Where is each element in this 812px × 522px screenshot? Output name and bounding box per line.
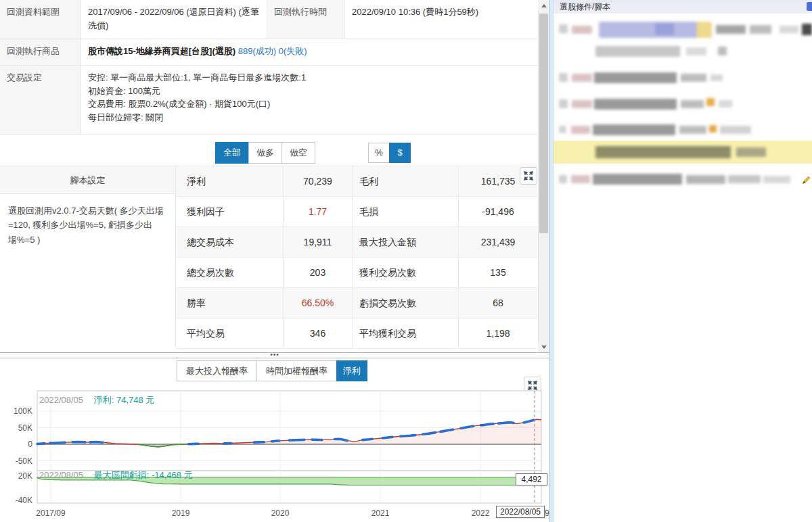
- xtick-2022: 2022: [460, 508, 501, 518]
- expand-arrows-icon: [523, 170, 534, 181]
- script-settings-description: 選股回測用v2.0.7-交易天數( 多少天出場=120, 獲利多少出場%=5, …: [0, 194, 176, 348]
- product-name: 股市傳說15-地緣券商買超[台股](選股): [88, 46, 235, 56]
- stat-label: 獲利交易次數: [352, 258, 458, 288]
- stat-value: 66.50%: [283, 288, 352, 318]
- performance-stats-table: 淨利70,239毛利161,735獲利因子1.77毛損-91,496總交易成本1…: [176, 166, 537, 348]
- ytick-100k: 100K: [1, 406, 32, 416]
- tab-short[interactable]: 做空: [281, 142, 315, 164]
- scrollbar-thumb[interactable]: [539, 14, 548, 233]
- stat-label: 總交易次數: [176, 258, 283, 288]
- scroll-up-button[interactable]: [538, 0, 549, 11]
- list-item[interactable]: [554, 68, 812, 88]
- stats-row: 總交易次數203獲利交易次數135: [176, 258, 537, 288]
- stat-value: 231,439: [458, 227, 537, 258]
- trade-line-risk: 安控: 單一商品最大部位:1, 單一商品每日最多進場次數:1: [88, 71, 531, 85]
- exec-time-label: 回測執行時間: [267, 0, 345, 39]
- redacted-content: [554, 20, 812, 39]
- stats-row: 平均交易346平均獲利交易1,198: [176, 318, 537, 349]
- up-arrow-icon: [541, 4, 547, 7]
- down-arrow-icon: [541, 346, 547, 349]
- stat-value: -91,496: [458, 197, 537, 227]
- list-item[interactable]: [554, 169, 812, 189]
- stat-value: 203: [283, 258, 352, 288]
- scroll-down-button[interactable]: [538, 341, 549, 353]
- tab-time-weighted-return[interactable]: 時間加權報酬率: [256, 360, 337, 381]
- stat-value: 1.77: [283, 197, 352, 227]
- tab-long[interactable]: 做多: [248, 142, 282, 164]
- stat-label: 毛損: [352, 197, 458, 227]
- trade-line-capital: 初始資金: 100萬元: [88, 85, 531, 98]
- product-label: 回測執行商品: [0, 39, 81, 66]
- ytick-0: 0: [1, 440, 32, 449]
- sidebar-corner-icon[interactable]: [807, 2, 812, 11]
- list-item[interactable]: [554, 20, 812, 39]
- tab-all[interactable]: 全部: [215, 142, 249, 164]
- stat-label: 淨利: [176, 166, 283, 197]
- stat-label: 獲利因子: [176, 197, 283, 227]
- ytick-neg40k: -40K: [1, 496, 32, 505]
- redacted-content: [554, 141, 812, 164]
- sidebar-title: 選股條件/腳本: [560, 2, 610, 11]
- stat-label: 毛利: [352, 166, 458, 197]
- trade-settings-label: 交易設定: [0, 66, 81, 135]
- stat-value: 1,198: [458, 318, 537, 349]
- tab-net-profit[interactable]: 淨利: [336, 360, 367, 381]
- script-settings-header: 腳本設定: [0, 166, 176, 194]
- redacted-content: [554, 120, 812, 139]
- trade-settings-value: 安控: 單一商品最大部位:1, 單一商品每日最多進場次數:1 初始資金: 100…: [81, 66, 537, 135]
- unit-dollar-button[interactable]: $: [389, 143, 411, 163]
- trade-line-fees: 交易費用: 股票0.2%(成交金額) · 期貨100元(口): [88, 97, 531, 111]
- stats-expand-button[interactable]: [520, 167, 537, 185]
- product-value: 股市傳說15-地緣券商買超[台股](選股) 889(成功) 0(失敗): [81, 39, 537, 66]
- ytick-neg50k: -50K: [1, 456, 32, 466]
- range-label: 回測資料範圍: [0, 0, 81, 39]
- backtest-report-window: 回測資料範圍 2017/09/06 - 2022/09/06 (還原日資料) (…: [0, 0, 812, 522]
- unit-percent-button[interactable]: %: [368, 143, 390, 163]
- ytick-20k: 20K: [1, 471, 32, 481]
- xtick-2021: 2021: [360, 508, 401, 518]
- tab-max-invest-return[interactable]: 最大投入報酬率: [177, 360, 257, 381]
- ytick-50k: 50K: [1, 423, 32, 433]
- stat-label: 最大投入金額: [352, 227, 458, 258]
- sidebar-header: 選股條件/腳本: [554, 0, 812, 14]
- max-drawdown-note: 2022/08/05 最大區間虧損: -14,468 元: [39, 469, 193, 481]
- stat-label: 總交易成本: [176, 227, 283, 258]
- trade-line-reset: 每日部位歸零: 關閉: [88, 111, 531, 124]
- stats-row: 總交易成本19,911最大投入金額231,439: [176, 227, 537, 258]
- stat-value: 19,911: [283, 227, 352, 258]
- range-value: 2017/09/06 - 2022/09/06 (還原日資料) (逐筆洗價): [81, 0, 267, 39]
- stats-row: 淨利70,239毛利161,735: [176, 166, 537, 197]
- stat-value: 70,239: [283, 166, 352, 197]
- stat-value: 346: [283, 318, 352, 349]
- xtick-2019: 2019: [160, 508, 201, 518]
- crosshair-date-label: 2022/08/05: [39, 395, 83, 405]
- stats-row: 獲利因子1.77毛損-91,496: [176, 197, 537, 227]
- xtick-2017-09: 2017/09: [30, 508, 71, 518]
- xtick-2020: 2020: [260, 508, 300, 518]
- net-profit-value-label: 淨利: 74,748 元: [94, 395, 155, 405]
- fail-count-link[interactable]: 0(失敗): [279, 46, 307, 56]
- stat-value: 68: [458, 288, 537, 318]
- redacted-content: [554, 169, 812, 189]
- list-item[interactable]: [554, 120, 812, 139]
- redacted-content: [554, 68, 812, 88]
- equity-charts: [0, 389, 549, 522]
- selected-list-item[interactable]: [554, 141, 812, 164]
- success-count-link[interactable]: 889(成功): [238, 46, 276, 56]
- max-drawdown-value-label: 最大區間虧損: -14,468 元: [94, 470, 193, 480]
- stat-label: 平均交易: [176, 318, 283, 349]
- edit-pencil-icon[interactable]: [801, 174, 812, 185]
- pane-splitter-handle[interactable]: •••: [0, 352, 549, 358]
- stats-row: 勝率66.50%虧損交易次數68: [176, 288, 537, 318]
- stat-label: 平均獲利交易: [352, 318, 458, 349]
- list-item[interactable]: [554, 95, 812, 114]
- stat-label: 虧損交易次數: [352, 288, 458, 318]
- drawdown-crosshair-tooltip: 4,492: [516, 473, 547, 485]
- crosshair-date-label: 2022/08/05: [39, 470, 83, 480]
- stat-label: 勝率: [176, 288, 283, 318]
- date-crosshair-tooltip: 2022/08/05: [496, 506, 545, 518]
- exec-time-value: 2022/09/10 10:36 (費時1分59秒): [345, 0, 537, 39]
- redacted-content: [554, 43, 812, 61]
- list-item[interactable]: [554, 43, 812, 61]
- redacted-content: [554, 95, 812, 114]
